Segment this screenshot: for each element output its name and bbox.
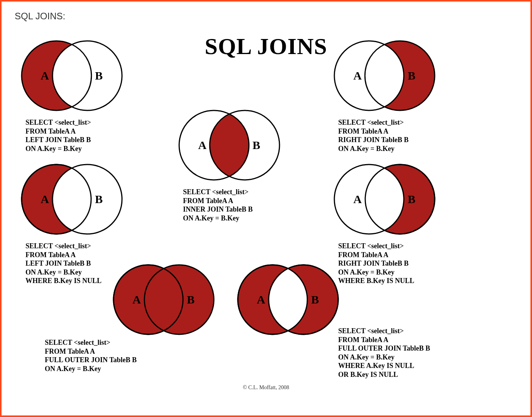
diagram-frame: SQL JOINS: SQL JOINS A B SELECT <select_… <box>0 0 532 417</box>
svg-point-5 <box>334 41 404 110</box>
svg-text:A: A <box>132 293 141 306</box>
svg-text:B: B <box>252 139 260 151</box>
svg-point-1 <box>53 41 122 110</box>
svg-text:A: A <box>257 293 265 306</box>
venn-left-excl-join: A B <box>18 161 126 238</box>
venn-right-excl-join: A B <box>330 161 439 238</box>
svg-point-13 <box>53 164 122 234</box>
sql-full-join: SELECT <select_list> FROM TableA A FULL … <box>45 338 137 373</box>
svg-text:A: A <box>353 69 362 82</box>
venn-full-excl-join: A B <box>234 261 342 338</box>
svg-text:B: B <box>311 293 319 306</box>
sql-left-excl-join: SELECT <select_list> FROM TableA A LEFT … <box>25 242 102 285</box>
svg-text:B: B <box>187 293 195 306</box>
venn-left-join: A B <box>18 37 126 114</box>
svg-text:B: B <box>95 69 103 82</box>
svg-point-23 <box>144 265 214 334</box>
sql-left-join: SELECT <select_list> FROM TableA A LEFT … <box>25 118 91 153</box>
credit: © C.L. Moffatt, 2008 <box>10 385 522 391</box>
svg-text:B: B <box>408 193 415 205</box>
svg-text:B: B <box>408 69 415 82</box>
svg-point-18 <box>334 164 404 234</box>
svg-text:A: A <box>41 69 49 82</box>
diagram-canvas: SQL JOINS A B SELECT <select_list> FROM … <box>10 22 522 408</box>
sql-right-excl-join: SELECT <select_list> FROM TableA A RIGHT… <box>338 242 414 285</box>
venn-full-join: A B <box>110 261 218 338</box>
caption: SQL JOINS: <box>15 11 522 22</box>
svg-text:A: A <box>198 139 207 151</box>
venn-right-join: A B <box>330 37 439 114</box>
venn-inner-join: A B <box>175 107 283 184</box>
svg-text:B: B <box>95 193 103 205</box>
sql-full-excl-join: SELECT <select_list> FROM TableA A FULL … <box>338 327 430 379</box>
svg-text:A: A <box>41 193 49 205</box>
sql-right-join: SELECT <select_list> FROM TableA A RIGHT… <box>338 118 408 153</box>
svg-text:A: A <box>353 193 362 205</box>
sql-inner-join: SELECT <select_list> FROM TableA A INNER… <box>183 188 253 222</box>
